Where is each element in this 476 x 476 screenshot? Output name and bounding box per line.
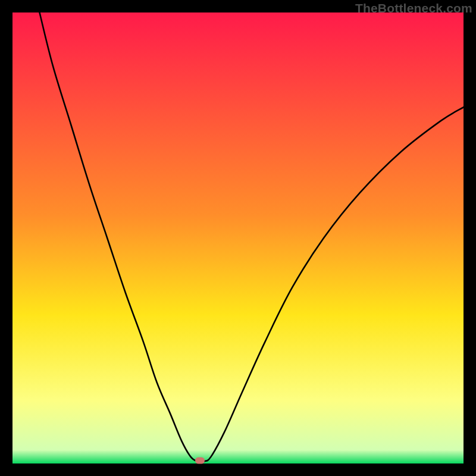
bottleneck-curve [12,12,464,464]
watermark-text: TheBottleneck.com [355,1,472,15]
plot-frame [12,12,464,464]
optimal-point-marker [195,458,205,464]
